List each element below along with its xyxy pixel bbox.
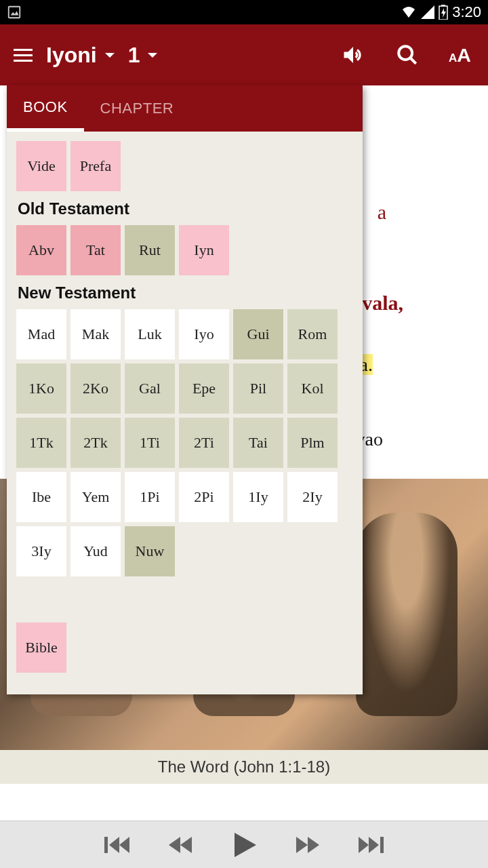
chevron-down-icon <box>148 53 157 58</box>
book-cell-epe[interactable]: Epe <box>179 363 229 414</box>
book-cell-bible[interactable]: Bible <box>16 623 66 673</box>
book-cell-prefa[interactable]: Prefa <box>70 141 121 191</box>
skip-next-icon <box>357 833 384 857</box>
prev-track-button[interactable] <box>104 833 131 857</box>
wifi-icon <box>401 5 417 19</box>
fast-forward-icon <box>294 833 321 857</box>
book-cell-pil[interactable]: Pil <box>233 363 283 414</box>
book-cell-abv[interactable]: Abv <box>16 225 66 275</box>
battery-charging-icon <box>439 5 448 20</box>
book-cell-1pi[interactable]: 1Pi <box>125 472 175 522</box>
status-time: 3:20 <box>452 3 481 21</box>
chevron-down-icon <box>105 53 115 58</box>
book-cell-kol[interactable]: Kol <box>287 363 338 414</box>
speaker-icon <box>341 43 365 67</box>
svg-marker-19 <box>369 837 379 853</box>
nt-heading: New Testament <box>18 283 353 302</box>
book-cell-luk[interactable]: Luk <box>125 309 175 359</box>
play-icon <box>229 830 259 860</box>
svg-marker-13 <box>169 837 180 853</box>
book-cell-1tk[interactable]: 1Tk <box>16 418 66 468</box>
ot-heading: Old Testament <box>18 199 353 218</box>
book-cell-1ti[interactable]: 1Ti <box>125 418 175 468</box>
svg-text:A: A <box>457 44 471 66</box>
search-icon <box>396 43 419 66</box>
book-cell-tai[interactable]: Tai <box>233 418 283 468</box>
chapter-selector[interactable]: 1 <box>128 43 158 68</box>
signal-icon <box>421 5 434 19</box>
svg-marker-15 <box>235 833 256 857</box>
search-button[interactable] <box>394 42 420 68</box>
book-cell-mad[interactable]: Mad <box>16 309 66 359</box>
tab-chapter[interactable]: CHAPTER <box>84 85 190 132</box>
book-cell-yem[interactable]: Yem <box>70 472 121 522</box>
svg-marker-1 <box>11 11 19 15</box>
svg-rect-10 <box>104 837 108 853</box>
book-cell-tat[interactable]: Tat <box>70 225 121 275</box>
book-cell-mak[interactable]: Mak <box>70 309 121 359</box>
app-bar: Iyoni 1 AA <box>0 24 488 85</box>
book-cell-ibe[interactable]: Ibe <box>16 472 66 522</box>
current-book: Iyoni <box>46 43 97 68</box>
svg-text:A: A <box>449 52 457 64</box>
book-cell-3iy[interactable]: 3Iy <box>16 526 66 576</box>
svg-rect-4 <box>441 5 445 6</box>
svg-marker-17 <box>308 837 319 853</box>
svg-rect-20 <box>380 837 384 853</box>
book-cell-iyn[interactable]: Iyn <box>179 225 229 275</box>
audio-button[interactable] <box>340 42 366 68</box>
content-area: a vala, a. vao The Word (John 1:1-18) BO… <box>0 85 488 821</box>
book-picker-popup: BOOK CHAPTER VidePrefa Old Testament Abv… <box>7 85 363 694</box>
book-selector[interactable]: Iyoni <box>46 43 115 68</box>
book-cell-2ko[interactable]: 2Ko <box>70 363 121 414</box>
nt-grid: MadMakLukIyoGuiRom1Ko2KoGalEpePilKol1Tk2… <box>16 309 353 576</box>
picker-tabs: BOOK CHAPTER <box>7 85 363 132</box>
book-cell-yud[interactable]: Yud <box>70 526 121 576</box>
book-cell-1ko[interactable]: 1Ko <box>16 363 66 414</box>
bottom-grid: Bible <box>16 623 353 673</box>
forward-button[interactable] <box>294 833 321 857</box>
book-cell-gui[interactable]: Gui <box>233 309 283 359</box>
rewind-button[interactable] <box>167 833 194 857</box>
svg-point-6 <box>399 46 412 60</box>
intro-grid: VidePrefa <box>16 141 353 191</box>
ot-grid: AbvTatRutIyn <box>16 225 353 275</box>
svg-marker-18 <box>359 837 369 853</box>
svg-marker-5 <box>441 8 446 18</box>
current-chapter: 1 <box>128 43 140 68</box>
text-size-button[interactable]: AA <box>449 42 474 68</box>
book-cell-2iy[interactable]: 2Iy <box>287 472 338 522</box>
next-track-button[interactable] <box>357 833 384 857</box>
tab-book[interactable]: BOOK <box>7 85 84 132</box>
play-button[interactable] <box>229 830 259 860</box>
status-bar: 3:20 <box>0 0 488 24</box>
book-cell-iyo[interactable]: Iyo <box>179 309 229 359</box>
book-cell-rom[interactable]: Rom <box>287 309 338 359</box>
book-cell-rut[interactable]: Rut <box>125 225 175 275</box>
book-cell-gal[interactable]: Gal <box>125 363 175 414</box>
svg-marker-12 <box>119 837 129 853</box>
svg-marker-11 <box>109 837 119 853</box>
svg-line-7 <box>410 58 416 64</box>
book-cell-2tk[interactable]: 2Tk <box>70 418 121 468</box>
book-cell-vide[interactable]: Vide <box>16 141 66 191</box>
image-icon <box>7 5 22 20</box>
svg-marker-16 <box>296 837 308 853</box>
menu-button[interactable] <box>14 49 33 62</box>
svg-marker-2 <box>421 5 434 19</box>
text-size-icon: AA <box>449 43 474 66</box>
image-caption: The Word (John 1:1-18) <box>0 750 488 784</box>
book-cell-1iy[interactable]: 1Iy <box>233 472 283 522</box>
svg-rect-0 <box>9 7 20 18</box>
svg-marker-14 <box>180 837 192 853</box>
skip-previous-icon <box>104 833 131 857</box>
book-cell-2ti[interactable]: 2Ti <box>179 418 229 468</box>
book-cell-2pi[interactable]: 2Pi <box>179 472 229 522</box>
rewind-icon <box>167 833 194 857</box>
book-cell-plm[interactable]: Plm <box>287 418 338 468</box>
player-bar <box>0 821 488 868</box>
book-cell-nuw[interactable]: Nuw <box>125 526 175 576</box>
